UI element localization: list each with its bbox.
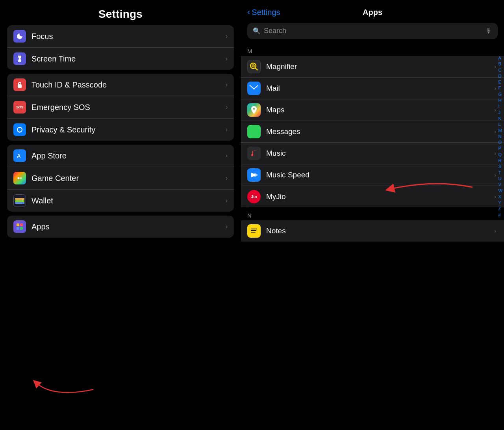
messages-label: Messages [266,127,494,136]
app-store-item[interactable]: A App Store › [7,145,234,167]
focus-label: Focus [32,32,226,41]
touch-id-item[interactable]: Touch ID & Passcode › [7,74,234,96]
music-chevron: › [494,150,496,156]
alpha-p[interactable]: P [498,145,503,151]
search-placeholder[interactable]: Search [264,27,485,35]
myjio-item[interactable]: Jio MyJio › [241,186,504,207]
alpha-b[interactable]: B [498,61,503,67]
section-m-header: M [241,43,504,56]
myjio-label: MyJio [266,192,494,201]
music-speed-chevron: › [494,172,496,178]
search-bar[interactable]: 🔍 Search 🎙 [247,23,498,39]
svg-rect-9 [15,202,24,204]
svg-line-16 [255,68,258,70]
emergency-sos-chevron: › [226,104,228,111]
privacy-icon [13,123,26,136]
svg-rect-8 [15,200,24,202]
section-n-list: Notes › [241,220,504,242]
section-m-list: Magnifier › Mail › Maps › Messages › [241,56,504,207]
messages-icon [247,125,261,138]
alpha-h[interactable]: H [498,97,503,103]
app-store-chevron: › [226,152,228,159]
magnifier-item[interactable]: Magnifier › [241,56,504,78]
alpha-w[interactable]: W [498,188,503,194]
svg-rect-3 [18,84,22,88]
mail-icon [247,82,261,95]
alpha-q[interactable]: Q [498,152,503,157]
touch-id-chevron: › [226,81,228,88]
touch-id-label: Touch ID & Passcode [32,80,226,89]
music-speed-label: Music Speed [266,171,494,179]
alpha-j[interactable]: J [498,110,503,115]
privacy-chevron: › [226,126,228,133]
alpha-z[interactable]: Z [498,206,503,211]
alpha-d[interactable]: D [498,73,503,79]
apps-system-group: A App Store › Game Center › Wallet › [7,145,234,212]
notes-icon [247,224,261,238]
mail-chevron: › [494,85,496,91]
security-group: Touch ID & Passcode › SOS Emergency SOS … [7,74,234,141]
emergency-sos-item[interactable]: SOS Emergency SOS › [7,96,234,119]
magnifier-label: Magnifier [266,62,494,71]
svg-point-21 [250,128,258,134]
maps-chevron: › [494,107,496,113]
focus-item[interactable]: Focus › [7,25,234,48]
alpha-s[interactable]: S [498,164,503,169]
magnifier-icon [247,60,261,73]
alpha-e[interactable]: E [498,79,503,85]
alpha-o[interactable]: O [498,140,503,145]
svg-text:A: A [17,153,21,159]
settings-title: Settings [98,8,143,20]
notes-item[interactable]: Notes › [241,220,504,242]
maps-icon [247,103,261,117]
mail-item[interactable]: Mail › [241,78,504,99]
svg-point-5 [18,177,20,179]
back-label: Settings [252,8,280,17]
messages-item[interactable]: Messages › [241,121,504,143]
alpha-f[interactable]: F [498,85,503,91]
focus-icon [13,30,26,43]
back-button[interactable]: ‹ Settings [247,7,280,17]
music-item[interactable]: Music › [241,143,504,164]
alpha-v[interactable]: V [498,182,503,187]
notes-chevron: › [494,228,496,234]
alpha-y[interactable]: Y [498,200,503,205]
alpha-l[interactable]: L [498,121,503,127]
alpha-t[interactable]: T [498,170,503,175]
wallet-chevron: › [226,197,228,204]
touch-id-icon [13,78,26,91]
screen-time-label: Screen Time [32,54,226,63]
alpha-n[interactable]: N [498,134,503,139]
myjio-icon: Jio [247,190,261,203]
screen-time-item[interactable]: Screen Time › [7,48,234,70]
alpha-x[interactable]: X [498,194,503,199]
alpha-m[interactable]: M [498,128,503,133]
wallet-label: Wallet [32,196,226,205]
alpha-u[interactable]: U [498,176,503,181]
svg-rect-11 [20,223,23,226]
mail-label: Mail [266,84,494,93]
wallet-item[interactable]: Wallet › [7,190,234,212]
game-center-item[interactable]: Game Center › [7,167,234,190]
magnifier-chevron: › [494,63,496,70]
music-speed-item[interactable]: Music Speed › [241,164,504,186]
section-n-header: N [241,207,504,220]
game-center-chevron: › [226,175,228,182]
svg-rect-0 [18,56,21,57]
alpha-c[interactable]: C [498,67,503,73]
svg-rect-1 [18,61,21,62]
back-chevron-icon: ‹ [247,7,250,17]
apps-standalone-group: Apps › [7,216,234,238]
right-header: ‹ Settings Apps [241,0,504,21]
alpha-k[interactable]: K [498,115,503,121]
apps-item[interactable]: Apps › [7,216,234,238]
alpha-r[interactable]: R [498,158,503,163]
focus-chevron: › [226,33,228,40]
alpha-a[interactable]: A [498,55,503,61]
privacy-security-item[interactable]: Privacy & Security › [7,119,234,141]
alpha-i[interactable]: I [498,103,503,109]
alpha-hash[interactable]: # [498,212,503,218]
alpha-g[interactable]: G [498,91,503,97]
maps-item[interactable]: Maps › [241,99,504,121]
messages-chevron: › [494,128,496,135]
